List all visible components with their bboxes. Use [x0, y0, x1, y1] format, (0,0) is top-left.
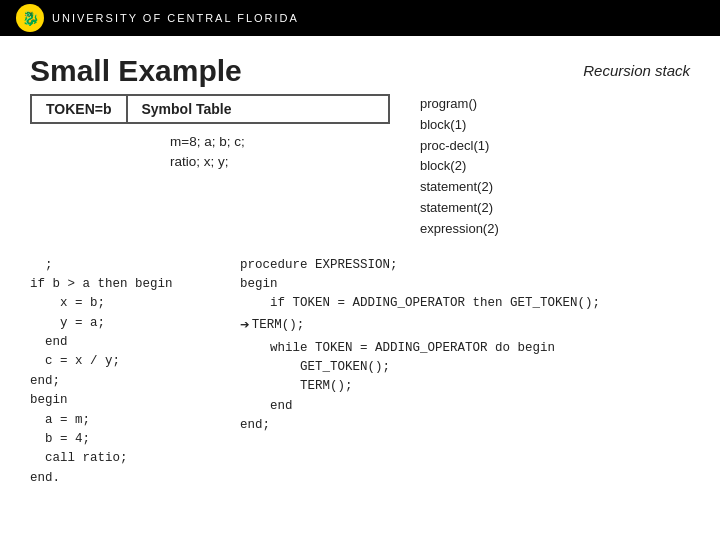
arrow-icon: ➔ [240, 314, 250, 339]
left-code-line-3: y = a; [30, 314, 240, 333]
left-code-line-11: end. [30, 469, 240, 488]
left-code-panel: ; if b > a then begin x = b; y = a; end … [30, 250, 240, 489]
procedure-code-panel: procedure EXPRESSION; begin if TOKEN = A… [240, 250, 600, 489]
stack-item-6: expression(2) [420, 219, 499, 240]
token-table: TOKEN=b Symbol Table [30, 94, 390, 124]
proc-line-2: if TOKEN = ADDING_OPERATOR then GET_TOKE… [240, 294, 600, 313]
proc-line-0: procedure EXPRESSION; [240, 256, 600, 275]
stack-item-5: statement(2) [420, 198, 499, 219]
symbol-table-header: Symbol Table [128, 96, 268, 122]
ucf-logo: 🐉 UNIVERSITY OF CENTRAL FLORIDA [16, 4, 299, 32]
logo-icon: 🐉 [16, 4, 44, 32]
header-bar: 🐉 UNIVERSITY OF CENTRAL FLORIDA [0, 0, 720, 36]
left-code-line-2: x = b; [30, 294, 240, 313]
proc-line-3: ➔ TERM(); [240, 314, 600, 339]
proc-line-7: end [240, 397, 600, 416]
left-code-line-5: c = x / y; [30, 352, 240, 371]
left-code-line-4: end [30, 333, 240, 352]
title-row: Small Example Recursion stack [30, 54, 690, 88]
proc-line-5: GET_TOKEN(); [240, 358, 600, 377]
left-code-line-0: ; [30, 256, 240, 275]
token-label: TOKEN=b [32, 96, 128, 122]
stack-item-3: block(2) [420, 156, 499, 177]
page-title: Small Example [30, 54, 583, 88]
university-name: UNIVERSITY OF CENTRAL FLORIDA [52, 12, 299, 24]
recursion-stack: program() block(1) proc-decl(1) block(2)… [420, 94, 499, 240]
recursion-stack-label: Recursion stack [583, 62, 690, 88]
proc-term: TERM(); [252, 316, 305, 335]
stack-item-1: block(1) [420, 115, 499, 136]
symbol-table-label: Symbol Table [142, 101, 232, 117]
left-code-line-1: if b > a then begin [30, 275, 240, 294]
left-code-line-9: b = 4; [30, 430, 240, 449]
left-code-line-8: a = m; [30, 411, 240, 430]
proc-line-1: begin [240, 275, 600, 294]
proc-line-4: while TOKEN = ADDING_OPERATOR do begin [240, 339, 600, 358]
proc-line-6: TERM(); [240, 377, 600, 396]
stack-item-0: program() [420, 94, 499, 115]
left-code-line-10: call ratio; [30, 449, 240, 468]
stack-item-4: statement(2) [420, 177, 499, 198]
left-code-line-6: end; [30, 372, 240, 391]
symbol-table-values: m=8; a; b; c; ratio; x; y; [170, 132, 245, 173]
proc-line-8: end; [240, 416, 600, 435]
stack-item-2: proc-decl(1) [420, 136, 499, 157]
left-code-line-7: begin [30, 391, 240, 410]
